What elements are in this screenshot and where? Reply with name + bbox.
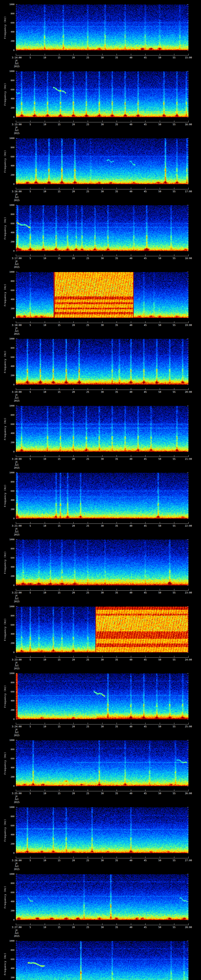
- x-tick-label: 20: [67, 257, 79, 260]
- y-tick-label: 200: [6, 374, 14, 377]
- y-axis-tick-right: [188, 313, 188, 313]
- y-tick-label: 800: [6, 547, 14, 550]
- y-axis-tick: [16, 959, 17, 959]
- x-tick-label: 15: [53, 56, 65, 59]
- y-axis-tick: [16, 894, 16, 895]
- y-axis-tick: [16, 832, 16, 833]
- x-axis-tick: [59, 589, 59, 590]
- x-tick-label: 10: [39, 391, 51, 393]
- y-tick-label: 1000: [6, 806, 14, 808]
- date-day-label: 4: [9, 461, 24, 463]
- y-axis-tick: [16, 760, 16, 761]
- y-axis-tick-right: [187, 625, 188, 625]
- y-axis-tick-right: [187, 108, 188, 108]
- y-axis-tick: [16, 692, 17, 692]
- x-start-time-label: 3:16:00: [8, 190, 26, 193]
- x-tick-label: 35: [111, 725, 123, 728]
- date-day-label: 4: [9, 594, 24, 597]
- x-tick-label: 25: [82, 257, 94, 260]
- y-axis-tick: [16, 576, 17, 576]
- y-axis-tick: [16, 412, 16, 413]
- x-tick-label: 30: [96, 56, 108, 59]
- date-day-label: 4: [9, 394, 24, 396]
- y-axis-tick-right: [187, 223, 188, 224]
- y-axis-tick-right: [188, 101, 188, 101]
- x-tick-label: 55: [168, 725, 180, 728]
- y-tick-label: 800: [6, 280, 14, 282]
- y-axis-title: Frequency (Hz): [4, 284, 6, 306]
- y-tick-label: 200: [6, 107, 14, 109]
- y-axis-tick-right: [188, 475, 188, 475]
- x-axis-tick: [59, 188, 59, 189]
- y-axis-tick: [16, 874, 17, 874]
- y-tick-label: 800: [6, 815, 14, 818]
- y-axis-tick: [16, 276, 16, 277]
- y-axis-tick: [16, 948, 16, 948]
- y-axis-tick-right: [188, 239, 188, 240]
- y-tick-label: 200: [6, 575, 14, 578]
- date-month-label: Jul: [9, 865, 24, 868]
- y-axis-tick-right: [188, 493, 188, 493]
- y-axis-tick: [16, 352, 16, 353]
- x-axis-tick: [116, 188, 117, 189]
- y-axis-tick-right: [188, 894, 188, 895]
- x-axis-tick: [59, 789, 59, 791]
- spectrogram-canvas: [16, 72, 188, 117]
- y-tick-label: 1000: [6, 538, 14, 541]
- spectrogram-panel: 02004006008001000Frequency (Hz)510152025…: [0, 535, 201, 602]
- y-axis-tick: [16, 961, 16, 962]
- y-axis-tick-right: [188, 477, 188, 477]
- y-axis-tick: [16, 230, 16, 231]
- y-axis-tick: [16, 717, 16, 717]
- spectrogram-panel: 02004006008001000Frequency (Hz)510152025…: [0, 803, 201, 870]
- x-axis-tick: [30, 388, 30, 390]
- y-axis-tick-right: [188, 154, 188, 154]
- y-tick-label: 200: [6, 173, 14, 176]
- y-tick-label: 1000: [6, 404, 14, 407]
- x-start-time-label: 3:26:00: [8, 859, 26, 862]
- x-axis-tick: [30, 923, 30, 925]
- x-axis-tick: [59, 321, 59, 323]
- y-tick-label: 600: [6, 624, 14, 626]
- y-axis-tick: [16, 705, 16, 706]
- y-axis-tick-right: [188, 226, 188, 226]
- spectrogram-panel: 02004006008001000Frequency (Hz)510152025…: [0, 201, 201, 267]
- y-axis-title: Frequency (Hz): [4, 886, 6, 908]
- y-axis-tick: [16, 172, 16, 173]
- y-axis-tick: [16, 345, 16, 346]
- y-axis-tick: [16, 244, 16, 244]
- y-axis-tick: [16, 226, 16, 226]
- x-tick-label: 15: [53, 391, 65, 393]
- x-end-time-label: 25:00: [180, 725, 196, 728]
- x-tick-label: 35: [111, 257, 123, 260]
- y-axis-tick-right: [188, 343, 188, 344]
- y-axis-tick: [16, 502, 16, 503]
- plot-area: [16, 607, 188, 652]
- y-axis-tick-right: [188, 46, 188, 46]
- y-axis-tick: [16, 71, 17, 72]
- x-tick-label: 55: [168, 190, 180, 193]
- y-axis-tick-right: [188, 244, 188, 244]
- y-axis-tick: [16, 99, 17, 99]
- y-axis-tick: [16, 221, 16, 221]
- y-tick-label: 200: [6, 307, 14, 310]
- y-axis-tick: [16, 78, 16, 78]
- x-tick-label: 25: [82, 725, 94, 728]
- y-axis-tick-right: [188, 447, 188, 447]
- y-axis-tick-right: [187, 606, 188, 607]
- plot-area: [16, 941, 188, 980]
- y-tick-label: 400: [6, 365, 14, 368]
- y-axis-tick-right: [188, 717, 188, 717]
- y-tick-label: 0: [6, 116, 14, 118]
- y-axis-tick: [16, 479, 16, 480]
- y-axis-tick: [16, 712, 16, 713]
- spectrogram-panel: 02004006008001000Frequency (Hz)510152025…: [0, 401, 201, 468]
- x-axis-tick: [174, 388, 174, 390]
- x-tick-label: 40: [125, 792, 137, 795]
- x-axis-tick: [188, 723, 189, 724]
- y-axis-tick: [16, 80, 17, 81]
- x-axis-tick: [59, 255, 59, 256]
- x-tick-label: 25: [82, 123, 94, 126]
- x-axis-line: [16, 791, 189, 791]
- x-tick-label: 50: [154, 123, 166, 126]
